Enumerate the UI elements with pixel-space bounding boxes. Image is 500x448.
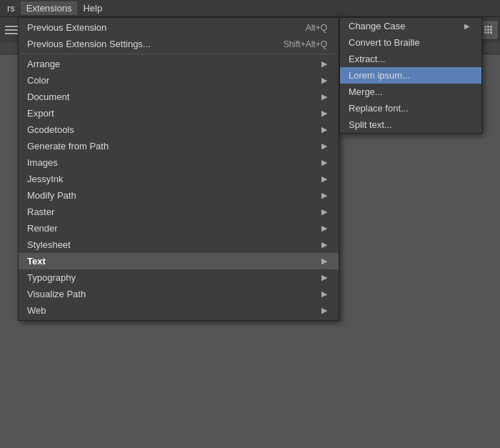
menubar-item-rs[interactable]: rs [1, 1, 21, 15]
prev-extension-settings-shortcut: Shift+Alt+Q [284, 39, 327, 49]
menu-item-arrange[interactable]: Arrange ▶ [19, 56, 339, 72]
menu-item-text[interactable]: Text ▶ [19, 253, 339, 269]
visualize-path-arrow: ▶ [321, 289, 327, 299]
color-arrow: ▶ [321, 76, 327, 85]
text-submenu-merge[interactable]: Merge... [340, 84, 481, 100]
menu-item-export[interactable]: Export ▶ [19, 105, 339, 121]
svg-rect-16 [487, 31, 489, 34]
svg-rect-11 [490, 26, 492, 28]
typography-arrow: ▶ [321, 273, 327, 282]
menu-item-images[interactable]: Images ▶ [19, 154, 339, 171]
menu-item-document[interactable]: Document ▶ [19, 89, 339, 105]
menu-item-modify-path[interactable]: Modify Path ▶ [19, 187, 339, 204]
menubar: rs Extensions Help [0, 0, 500, 17]
menu-item-jessyink[interactable]: JessyInk ▶ [19, 171, 339, 187]
text-arrow: ▶ [321, 257, 327, 266]
svg-rect-0 [5, 26, 18, 27]
gcodetools-arrow: ▶ [321, 125, 327, 134]
svg-rect-15 [484, 31, 486, 34]
raster-arrow: ▶ [321, 207, 327, 216]
menu-top-section: Previous Extension Alt+Q Previous Extens… [19, 18, 339, 54]
menubar-item-help[interactable]: Help [77, 1, 108, 15]
text-submenu[interactable]: Change Case ▶ Convert to Braille Extract… [339, 17, 482, 134]
menu-item-raster[interactable]: Raster ▶ [19, 204, 339, 220]
prev-extension-label: Previous Extension [27, 22, 291, 33]
render-arrow: ▶ [321, 224, 327, 233]
modify-path-arrow: ▶ [321, 191, 327, 200]
svg-rect-14 [490, 29, 492, 31]
prev-extension-settings-label: Previous Extension Settings... [27, 39, 269, 49]
menubar-item-extensions[interactable]: Extensions [21, 1, 78, 15]
svg-rect-13 [487, 29, 489, 31]
jessyink-arrow: ▶ [321, 174, 327, 184]
menu-item-prev-extension-settings[interactable]: Previous Extension Settings... Shift+Alt… [19, 36, 339, 52]
web-arrow: ▶ [321, 306, 327, 315]
text-submenu-extract[interactable]: Extract... [340, 51, 481, 67]
export-arrow: ▶ [321, 109, 327, 118]
menu-item-visualize-path[interactable]: Visualize Path ▶ [19, 286, 339, 302]
svg-rect-12 [484, 29, 486, 31]
prev-extension-shortcut: Alt+Q [306, 23, 327, 33]
menu-item-stylesheet[interactable]: Stylesheet ▶ [19, 237, 339, 253]
menu-submenu-section: Arrange ▶ Color ▶ Document ▶ Export ▶ Gc… [19, 54, 339, 320]
svg-rect-2 [5, 33, 18, 34]
svg-rect-9 [484, 26, 486, 28]
menu-item-typography[interactable]: Typography ▶ [19, 269, 339, 286]
document-arrow: ▶ [321, 92, 327, 101]
menu-item-gcodetools[interactable]: Gcodetools ▶ [19, 121, 339, 138]
text-submenu-change-case[interactable]: Change Case ▶ [340, 18, 481, 34]
menu-item-web[interactable]: Web ▶ [19, 302, 339, 319]
svg-rect-10 [487, 26, 489, 28]
svg-rect-1 [5, 29, 18, 31]
stylesheet-arrow: ▶ [321, 240, 327, 249]
images-arrow: ▶ [321, 158, 327, 167]
text-submenu-split-text[interactable]: Split text... [340, 116, 481, 133]
text-submenu-replace-font[interactable]: Replace font... [340, 100, 481, 116]
toolbar-grid-icon-2[interactable] [480, 21, 497, 39]
svg-rect-17 [490, 31, 492, 34]
menu-item-generate-from-path[interactable]: Generate from Path ▶ [19, 138, 339, 154]
text-submenu-lorem-ipsum[interactable]: Lorem ipsum... [340, 67, 481, 84]
change-case-arrow: ▶ [464, 22, 470, 30]
menu-item-render[interactable]: Render ▶ [19, 220, 339, 237]
menu-item-color[interactable]: Color ▶ [19, 72, 339, 89]
text-submenu-convert-braille[interactable]: Convert to Braille [340, 34, 481, 51]
menu-item-prev-extension[interactable]: Previous Extension Alt+Q [19, 19, 339, 36]
generate-arrow: ▶ [321, 141, 327, 151]
arrange-arrow: ▶ [321, 59, 327, 69]
extensions-menu[interactable]: Previous Extension Alt+Q Previous Extens… [18, 17, 339, 321]
